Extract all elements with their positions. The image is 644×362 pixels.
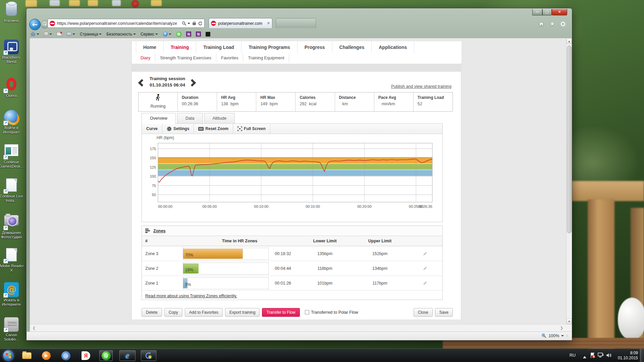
scroll-right-arrow-icon[interactable]: ❯ (560, 326, 563, 330)
nav-tab-training-load[interactable]: Training Load (196, 41, 241, 53)
desktop-icon-canon-solution[interactable]: ↗ Canon Solutio... (0, 317, 25, 342)
full-screen-button[interactable]: Full Screen (233, 124, 270, 134)
desktop-icon-live-install[interactable]: ↗ Continue Live Insta... (0, 178, 25, 203)
tab-data[interactable]: Data (177, 113, 203, 123)
desktop-icon-blackberry-blend[interactable]: ↗ BlackBerry Blend (0, 40, 25, 64)
nav-tab-training[interactable]: Training (164, 41, 196, 53)
help-button[interactable]: ? (163, 32, 171, 37)
minimize-button[interactable]: — (532, 9, 542, 15)
publish-link[interactable]: Publish and view shared training (391, 84, 451, 89)
settings-gear-icon[interactable] (560, 21, 566, 27)
desktop-icon-search-internet[interactable]: @↗ Искать в Интернете (0, 282, 25, 307)
settings-button[interactable]: Settings (162, 124, 194, 134)
subnav-equipment[interactable]: Training Equipment (243, 54, 289, 62)
agent-addon-button[interactable]: @ (176, 32, 181, 37)
svg-text:00:15:00: 00:15:00 (306, 204, 320, 208)
browser-tab[interactable]: polarpersonaltrainer.com ✕ (209, 18, 272, 28)
taskbar-updater[interactable] (141, 350, 156, 361)
language-indicator[interactable]: RU (570, 353, 576, 358)
nav-tab-training-programs[interactable]: Training Programs (241, 41, 298, 53)
add-to-favorites-button[interactable]: Add to Favorites (185, 308, 223, 317)
tab-close-icon[interactable]: ✕ (267, 21, 270, 25)
page-menu[interactable]: Страница (80, 32, 102, 37)
hr-line-chart[interactable]: 175150125100755000:00:0000:05:0000:10:00… (145, 135, 440, 216)
horizontal-scrollbar[interactable]: ❮ ❯ (30, 324, 572, 331)
nav-tab-applications[interactable]: Applications (372, 41, 414, 53)
zones-link[interactable]: Zones (153, 229, 166, 233)
tray-expand-arrow-icon[interactable] (583, 354, 586, 358)
curve-button[interactable]: Curve (142, 124, 162, 134)
next-session-button[interactable] (190, 78, 195, 87)
desktop-icon-recycle-bin[interactable]: Корзина (0, 2, 25, 23)
nav-tab-home[interactable]: Home (136, 41, 164, 53)
scrollbar-thumb[interactable] (567, 46, 572, 233)
home-menu-button[interactable] (31, 32, 39, 36)
home-icon[interactable] (538, 21, 544, 27)
maximize-button[interactable]: ▢ (542, 9, 552, 15)
favorites-star-icon[interactable]: ★ (550, 20, 555, 27)
show-desktop-button[interactable] (640, 349, 644, 362)
read-mail-button[interactable]: ✱ (57, 32, 62, 36)
network-icon[interactable] (598, 352, 604, 358)
desktop-icon-internet[interactable]: ↗ Войти в Интернет (0, 110, 25, 134)
taskbar-mailru-agent[interactable]: @ (99, 350, 113, 361)
scroll-up-arrow-icon[interactable]: ▲ (567, 38, 572, 44)
pencil-icon (423, 280, 427, 285)
snip-addon-button[interactable] (206, 32, 210, 37)
desktop-icon-adobe-reader[interactable]: ↗ Adobe Reader X (0, 247, 25, 273)
close-button[interactable]: Close (414, 308, 433, 317)
url-text[interactable]: https://www.polarpersonaltrainer.com/use… (57, 21, 182, 26)
export-training-button[interactable]: Export training (225, 308, 260, 317)
tab-altitude[interactable]: Altitude (204, 113, 235, 123)
save-button[interactable]: Save (435, 308, 453, 317)
taskbar-internet-explorer[interactable]: e (119, 350, 136, 361)
scroll-down-arrow-icon[interactable]: ▼ (567, 318, 572, 324)
prev-session-button[interactable] (139, 78, 145, 87)
desktop-icon-gamesdesk[interactable]: ↗ Continue GamesDesk... (0, 143, 25, 169)
security-menu[interactable]: Безопасность (106, 32, 136, 37)
new-tab-area[interactable] (276, 18, 316, 28)
address-bar[interactable]: https://www.polarpersonaltrainer.com/use… (48, 19, 205, 28)
transferred-checkbox[interactable] (305, 310, 309, 314)
clock[interactable]: 8:09 01.10.2015 (616, 351, 638, 361)
back-button[interactable]: ← (29, 19, 41, 31)
close-window-button[interactable]: ✕ (552, 9, 567, 15)
subnav-diary[interactable]: Diary (136, 54, 155, 62)
zones-read-more-link[interactable]: Read more about using Training Zones eff… (145, 294, 237, 298)
taskbar-media-player[interactable]: ▶ (40, 350, 53, 361)
taskbar-explorer[interactable] (20, 350, 34, 361)
nav-tab-challenges[interactable]: Challenges (332, 41, 372, 53)
subnav-favorites[interactable]: Favorites (216, 54, 243, 62)
start-button[interactable] (2, 350, 15, 362)
resize-grip-icon[interactable]: ⠿ (566, 334, 569, 338)
print-button[interactable] (66, 32, 75, 36)
tab-overview[interactable]: Overview (142, 113, 176, 124)
edit-zone-button[interactable] (407, 280, 442, 286)
zoom-control[interactable]: 100% ⠿ (541, 333, 569, 338)
desktop-icon-opera[interactable]: ↗ Opera (0, 77, 25, 98)
search-dropdown-caret-icon[interactable] (187, 23, 190, 25)
taskbar-yandex[interactable]: Я (79, 350, 93, 361)
refresh-icon[interactable] (198, 21, 203, 26)
reset-zoom-button[interactable]: Reset Zoom (194, 124, 233, 134)
zones-header-bar: Zones (142, 226, 442, 236)
edit-zone-button[interactable] (407, 251, 442, 257)
vertical-scrollbar[interactable]: ▲ ▼ (566, 38, 572, 324)
delete-button[interactable]: Delete (142, 308, 162, 317)
onenote-addon-button[interactable]: N (186, 32, 191, 37)
edit-zone-button[interactable] (407, 265, 442, 272)
taskbar-mailru[interactable]: @ (59, 350, 72, 361)
nav-tab-progress[interactable]: Progress (298, 41, 332, 53)
search-icon[interactable] (182, 21, 186, 26)
onenote-addon-button[interactable]: N (196, 32, 201, 37)
volume-icon[interactable] (606, 352, 612, 358)
subnav-strength[interactable]: Strength Training Exercises (155, 54, 216, 62)
transfer-to-flow-button[interactable]: Transfer to Flow (262, 308, 300, 317)
zoom-caret-icon[interactable] (561, 335, 564, 338)
feeds-button[interactable] (44, 32, 52, 36)
scroll-left-arrow-icon[interactable]: ❮ (33, 326, 36, 330)
action-center-flag-icon[interactable] (590, 352, 596, 358)
service-menu[interactable]: Сервис (141, 32, 158, 37)
desktop-icon-photo-studio[interactable]: ↗ Домашняя Фотостудия (0, 213, 25, 239)
copy-button[interactable]: Copy (164, 308, 182, 317)
